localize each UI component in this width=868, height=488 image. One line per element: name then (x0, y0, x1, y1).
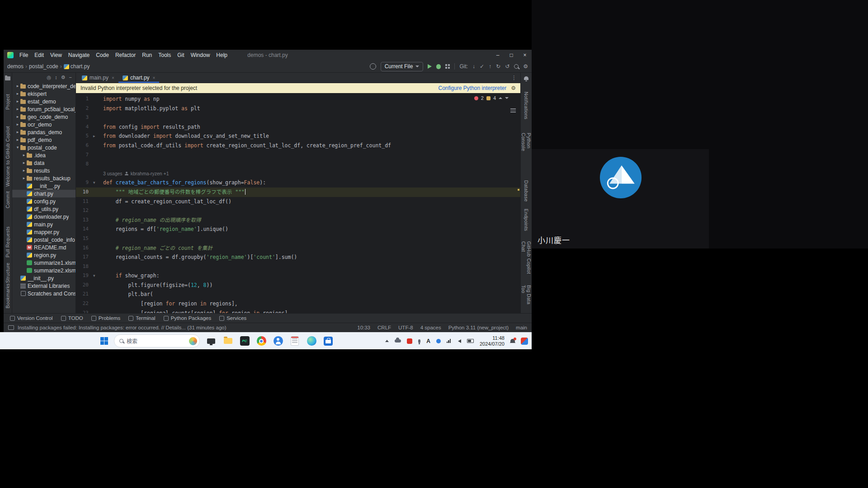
tree-item-external-libraries[interactable]: External Libraries (12, 282, 75, 290)
line-number[interactable]: 8 (76, 160, 89, 169)
rollback-icon[interactable]: ↺ (505, 63, 509, 70)
toolwindow-version-control[interactable]: Version Control (10, 315, 53, 321)
recorder-app-icon[interactable] (521, 338, 528, 345)
status-python-3-11-new-project[interactable]: Python 3.11 (new_project) (448, 325, 509, 330)
menu-run[interactable]: Run (139, 50, 155, 61)
line-number[interactable]: 19 (76, 271, 89, 281)
tree-item-pandas-demo[interactable]: ▸pandas_demo (12, 128, 75, 136)
breadcrumb-item-postal-code[interactable]: postal_code (29, 63, 58, 70)
toolwindow-python-packages[interactable]: Python Packages (164, 315, 212, 321)
stripe-notifications[interactable]: Notifications (524, 92, 529, 119)
banner-settings-icon[interactable]: ⚙ (511, 85, 516, 91)
menu-window[interactable]: Window (188, 50, 213, 61)
line-number[interactable]: 18 (76, 262, 89, 272)
tree-item-readme-md[interactable]: README.md (12, 244, 75, 251)
tree-item-region-py[interactable]: region.py (12, 251, 75, 259)
taskbar-app-notes-icon[interactable] (289, 336, 300, 347)
code-line-10[interactable]: 10 """ 地域ごとの郵便番号の件数を棒グラフで表示 """ (76, 188, 520, 197)
start-button[interactable] (100, 337, 108, 345)
tray-blue-app-icon[interactable] (436, 339, 441, 343)
line-number[interactable]: 15 (76, 234, 89, 244)
code-line-23[interactable]: 23 [regional_counts[region] for region i… (76, 309, 520, 313)
code-line-2[interactable]: 2import matplotlib.pyplot as plt (76, 104, 520, 113)
stripe-python-console[interactable]: Python Console (521, 133, 532, 168)
code-line-6[interactable]: 6from postal_code.df_utils import create… (76, 141, 520, 150)
tree-item-data[interactable]: ▸data (12, 159, 75, 167)
breadcrumb-item-chart-py[interactable]: chart.py (71, 63, 90, 70)
menu-tools[interactable]: Tools (155, 50, 174, 61)
toolwindow-problems[interactable]: Problems (91, 315, 121, 321)
toolwindow-todo[interactable]: TODO (61, 315, 83, 321)
menu-code[interactable]: Code (93, 50, 112, 61)
taskbar-clock[interactable]: 11:48 2024/07/20 (480, 335, 505, 347)
tree-item-init-py[interactable]: __init__.py (12, 274, 75, 282)
line-number[interactable]: 5 (76, 131, 89, 141)
line-number[interactable]: 12 (76, 206, 89, 216)
tree-item-idea[interactable]: ▸.idea (12, 151, 75, 159)
line-number[interactable]: 13 (76, 216, 89, 225)
code-line-18[interactable]: 18 (76, 262, 520, 272)
code-line-22[interactable]: 22 [region for region in regions], (76, 299, 520, 309)
code-line-9[interactable]: 9▾def create_bar_charts_for_regions(show… (76, 178, 520, 188)
close-tab-icon[interactable]: × (112, 75, 114, 80)
line-number[interactable]: 14 (76, 225, 89, 234)
line-number[interactable]: 10 (76, 188, 89, 197)
stripe-github-copilot-chat[interactable]: GitHub Copilot Chat (521, 241, 532, 285)
stripe-endpoints[interactable]: Endpoints (524, 209, 529, 231)
git-update-icon[interactable]: ↓ (472, 63, 475, 70)
line-number[interactable]: 6 (76, 141, 89, 150)
line-number[interactable]: 4 (76, 122, 89, 132)
run-button[interactable] (428, 64, 432, 69)
tree-item-main-py[interactable]: main.py (12, 221, 75, 228)
onedrive-cloud-icon[interactable] (395, 339, 401, 343)
status-main[interactable]: main (516, 325, 527, 330)
code-line-16[interactable]: 16 # region_name ごとの count を集計 (76, 244, 520, 253)
close-tab-icon[interactable]: × (153, 75, 156, 80)
menu-view[interactable]: View (47, 50, 65, 61)
search-everywhere-icon[interactable] (514, 64, 519, 69)
line-number[interactable]: 11 (76, 197, 89, 206)
line-number[interactable]: 1 (76, 94, 89, 104)
code-line-8[interactable]: 8 (76, 160, 520, 169)
taskbar-app-store-icon[interactable] (323, 336, 334, 347)
line-number[interactable]: 9 (76, 178, 89, 188)
tree-item-geo-code-demo[interactable]: ▸geo_code_demo (12, 113, 75, 121)
tray-chevron-up-icon[interactable] (385, 340, 389, 342)
code-line-1[interactable]: 1import numpy as np (76, 94, 520, 104)
taskbar-app-chrome-icon[interactable] (256, 336, 267, 347)
tree-item-ocr-demo[interactable]: ▸ocr_demo (12, 121, 75, 128)
code-line-5[interactable]: 5▸from downloader import download_csv_an… (76, 131, 520, 141)
tree-item-postal-code-info[interactable]: postal_code_info (12, 236, 75, 244)
code-line-15[interactable]: 15 (76, 234, 520, 244)
taskbar-app-file-explorer-icon[interactable] (222, 336, 233, 347)
history-icon[interactable]: ↻ (496, 63, 500, 70)
close-button[interactable]: × (518, 50, 532, 61)
stripe-welcome-to-github-copilot[interactable]: Welcome to GitHub Copilot (5, 126, 10, 187)
git-commit-icon[interactable]: ✓ (480, 63, 484, 70)
battery-icon[interactable] (467, 339, 474, 343)
code-line-7[interactable]: 7 (76, 150, 520, 160)
tree-item-results[interactable]: ▸results (12, 167, 75, 174)
code-line-12[interactable]: 12 (76, 206, 520, 216)
code-line-20[interactable]: 20 plt.figure(figsize=(12, 8)) (76, 281, 520, 290)
tree-item-results-backup[interactable]: ▸results_backup (12, 174, 75, 182)
menu-refactor[interactable]: Refactor (112, 50, 139, 61)
ime-mode-icon[interactable]: A (426, 338, 430, 344)
configure-interpreter-link[interactable]: Configure Python interpreter (438, 85, 506, 91)
line-number[interactable]: 20 (76, 281, 89, 290)
code-line-21[interactable]: 21 plt.bar( (76, 290, 520, 299)
code-line-14[interactable]: 14 regions = df['region_name'].unique() (76, 225, 520, 234)
tree-item-code-interpreter-der[interactable]: ▸code_interpreter_der (12, 82, 75, 90)
line-number[interactable]: 7 (76, 150, 89, 160)
tree-item-chart-py[interactable]: chart.py (12, 190, 75, 197)
tree-item-summarize2-xlsm[interactable]: summarize2.xlsm (12, 267, 75, 274)
status-crlf[interactable]: CRLF (377, 325, 391, 330)
stripe-database[interactable]: Database (524, 180, 529, 202)
volume-icon[interactable] (458, 339, 461, 343)
inspections-widget[interactable]: 2 4 (474, 95, 509, 101)
tab-options-icon[interactable]: ⋮ (511, 75, 517, 81)
tree-item-pdf-demo[interactable]: ▸pdf_demo (12, 136, 75, 144)
stripe-pull-requests[interactable]: Pull Requests (5, 226, 10, 258)
wifi-icon[interactable] (447, 339, 452, 343)
tree-item-ekispert[interactable]: ▸ekispert (12, 90, 75, 98)
